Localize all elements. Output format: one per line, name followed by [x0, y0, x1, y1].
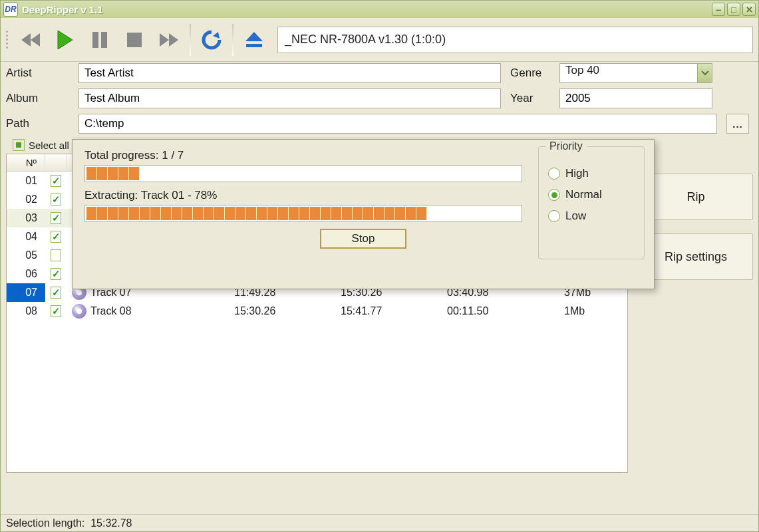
cell-start: 15:30.26: [229, 302, 335, 321]
priority-label: High: [565, 167, 589, 180]
svg-rect-3: [246, 44, 262, 47]
cell-end: 15:41.77: [335, 302, 442, 321]
status-label: Selection length:: [6, 517, 84, 529]
cell-num: 02: [7, 190, 45, 209]
path-input[interactable]: [78, 114, 717, 134]
maximize-button[interactable]: □: [727, 3, 740, 16]
table-row[interactable]: 08 ✓ Track 08 15:30.26 15:41.77 00:11.50…: [7, 302, 627, 321]
cell-length: 00:11.50: [442, 302, 559, 321]
path-label: Path: [6, 117, 69, 130]
cell-num: 08: [7, 302, 45, 321]
priority-option-normal[interactable]: Normal: [548, 188, 635, 201]
eject-button[interactable]: [240, 25, 268, 55]
svg-rect-1: [101, 32, 107, 48]
drive-select[interactable]: _NEC NR-7800A v1.30 (1:0:0): [277, 27, 753, 53]
rip-button[interactable]: Rip: [639, 174, 753, 220]
row-checkbox[interactable]: ✓: [51, 287, 61, 299]
select-all-label: Select all: [29, 140, 69, 151]
col-check[interactable]: [45, 154, 67, 171]
svg-rect-0: [92, 32, 98, 48]
stop-button[interactable]: Stop: [320, 229, 406, 249]
album-input[interactable]: [78, 88, 501, 108]
play-button[interactable]: [51, 25, 79, 55]
drive-label: _NEC NR-7800A v1.30 (1:0:0): [285, 33, 446, 47]
cell-num: 03: [7, 209, 45, 227]
cell-num: 05: [7, 246, 45, 265]
status-value: 15:32.78: [90, 517, 132, 529]
rewind-button[interactable]: [17, 25, 45, 55]
row-checkbox[interactable]: ✓: [51, 268, 61, 280]
radio-icon: [548, 189, 560, 201]
radio-icon: [548, 168, 560, 180]
year-label: Year: [510, 92, 550, 105]
svg-rect-2: [127, 33, 142, 47]
artist-label: Artist: [6, 66, 69, 80]
chevron-down-icon[interactable]: [697, 64, 712, 82]
priority-group: Priority HighNormalLow: [538, 146, 645, 259]
forward-button[interactable]: [155, 25, 183, 55]
toolbar: _NEC NR-7800A v1.30 (1:0:0): [1, 18, 758, 62]
stop-button[interactable]: [120, 25, 148, 55]
genre-value: Top 40: [565, 64, 599, 76]
title-bar: DR DeepRipper v 1.1 ‒ □ ✕: [1, 1, 758, 18]
priority-label: Normal: [565, 188, 602, 201]
close-button[interactable]: ✕: [742, 3, 756, 16]
refresh-button[interactable]: [198, 25, 226, 55]
browse-button[interactable]: ...: [726, 114, 749, 134]
cell-size: 1Mb: [559, 302, 625, 321]
cell-num: 04: [7, 227, 45, 246]
toolbar-grip: [6, 23, 10, 57]
row-checkbox[interactable]: ✓: [51, 175, 61, 187]
priority-legend: Priority: [545, 140, 587, 152]
minimize-button[interactable]: ‒: [712, 3, 725, 16]
progress-dialog: Total progress: 1 / 7 Extracting: Track …: [72, 139, 655, 289]
cell-num: 01: [7, 172, 45, 190]
status-bar: Selection length: 15:32.78: [1, 514, 758, 531]
row-checkbox[interactable]: [51, 249, 61, 261]
year-input[interactable]: [559, 88, 712, 108]
row-checkbox[interactable]: ✓: [51, 212, 61, 224]
separator: [232, 24, 233, 56]
priority-option-high[interactable]: High: [548, 167, 635, 180]
artist-input[interactable]: [78, 63, 501, 83]
genre-select[interactable]: Top 40: [559, 63, 712, 83]
pause-button[interactable]: [86, 25, 114, 55]
total-progress-bar: [84, 165, 522, 182]
app-title: DeepRipper v 1.1: [22, 4, 103, 15]
extract-progress-bar: [84, 205, 522, 222]
col-num[interactable]: Nº: [7, 154, 45, 171]
cell-title: Track 08: [90, 305, 132, 317]
album-label: Album: [6, 92, 69, 105]
priority-label: Low: [565, 209, 586, 223]
separator: [190, 24, 191, 56]
radio-icon: [548, 210, 560, 222]
row-checkbox[interactable]: ✓: [51, 194, 61, 205]
app-logo-icon: DR: [3, 2, 18, 17]
track-icon: [72, 304, 86, 319]
row-checkbox[interactable]: ✓: [51, 305, 61, 317]
genre-label: Genre: [510, 66, 550, 80]
priority-option-low[interactable]: Low: [548, 209, 635, 223]
cell-num: 06: [7, 265, 45, 283]
row-checkbox[interactable]: ✓: [51, 231, 61, 243]
rip-settings-button[interactable]: Rip settings: [639, 233, 753, 280]
select-all-checkbox[interactable]: [13, 139, 25, 151]
cell-num: 07: [7, 283, 45, 302]
